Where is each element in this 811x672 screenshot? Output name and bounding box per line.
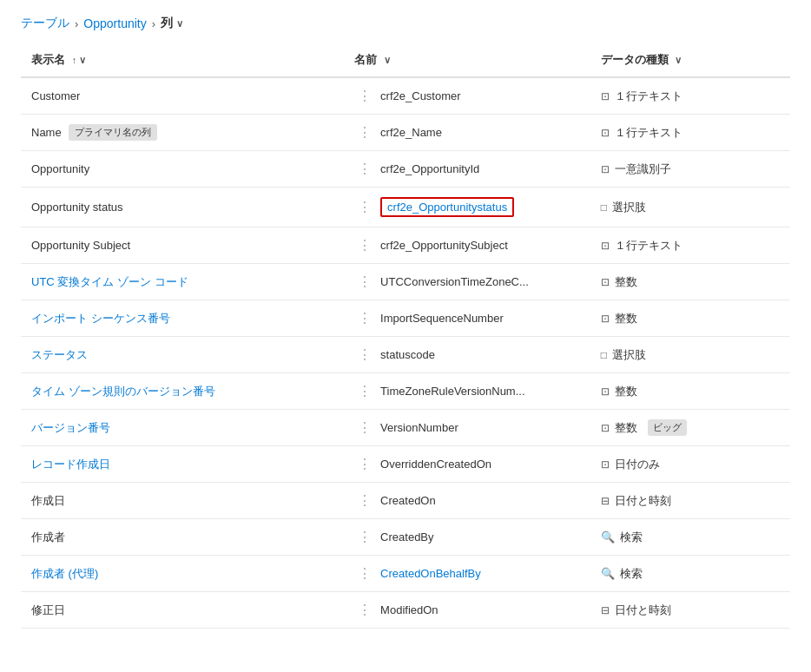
type-icon: ⊡ xyxy=(601,458,610,471)
type-text: １行テキスト xyxy=(615,125,682,141)
type-icon: ⊡ xyxy=(601,240,610,252)
display-name-wrapper: インポート シーケンス番号 xyxy=(31,311,333,326)
table-row: 修正日⋮ModifiedOn⊟日付と時刻 xyxy=(21,592,790,629)
type-text: 整数 xyxy=(615,311,637,326)
data-type-sort-icon[interactable]: ∨ xyxy=(675,55,682,66)
type-icon: □ xyxy=(601,349,607,361)
header-display-name[interactable]: 表示名 ↑ ∨ xyxy=(21,43,344,77)
type-icon: 🔍 xyxy=(601,530,615,544)
display-name-cell: タイム ゾーン規則のバージョン番号 xyxy=(21,373,344,410)
breadcrumb-table[interactable]: テーブル xyxy=(21,16,69,31)
drag-handle-icon[interactable]: ⋮ xyxy=(354,492,375,509)
type-icon: ⊡ xyxy=(601,127,610,139)
name-sort-icon[interactable]: ∨ xyxy=(384,55,391,66)
type-text: １行テキスト xyxy=(615,89,682,104)
display-name-text: 作成日 xyxy=(31,493,65,509)
display-name-cell: 作成日 xyxy=(21,483,344,519)
type-icon: ⊡ xyxy=(601,385,610,398)
type-cell: ⊡整数 xyxy=(590,373,790,410)
name-cell: ⋮crf2e_Customer xyxy=(344,77,590,115)
type-cell: ⊟日付と時刻 xyxy=(590,483,790,519)
display-name-cell: Opportunity xyxy=(21,151,344,188)
table-row: ステータス⋮statuscode□選択肢 xyxy=(21,337,790,373)
breadcrumb-current-label: 列 xyxy=(161,16,173,31)
column-name-text: crf2e_OpportunityId xyxy=(380,162,479,175)
display-name-text[interactable]: タイム ゾーン規則のバージョン番号 xyxy=(31,384,215,399)
display-name-cell: Opportunity Subject xyxy=(21,227,344,264)
type-icon: ⊟ xyxy=(601,604,610,616)
table-row: レコード作成日⋮OverriddenCreatedOn⊡日付のみ xyxy=(21,446,790,483)
display-name-text: 作成者 xyxy=(31,530,65,545)
display-name-cell: Customer xyxy=(21,77,344,115)
drag-handle-icon[interactable]: ⋮ xyxy=(354,565,375,582)
drag-handle-icon[interactable]: ⋮ xyxy=(354,124,375,141)
display-name-text: Opportunity Subject xyxy=(31,239,130,252)
type-text: 整数 xyxy=(615,274,637,290)
display-name-text[interactable]: UTC 変換タイム ゾーン コード xyxy=(31,274,188,290)
display-name-text: Name xyxy=(31,126,62,139)
type-icon: ⊡ xyxy=(601,90,610,102)
column-name-text: CreatedBy xyxy=(380,530,433,544)
type-text: 整数 xyxy=(615,384,637,399)
drag-handle-icon[interactable]: ⋮ xyxy=(354,383,375,399)
type-text: 選択肢 xyxy=(612,347,646,363)
drag-handle-icon[interactable]: ⋮ xyxy=(354,199,375,215)
drag-handle-icon[interactable]: ⋮ xyxy=(354,419,375,436)
chevron-down-icon[interactable]: ∨ xyxy=(176,18,183,30)
column-name-text: UTCConversionTimeZoneC... xyxy=(380,275,529,288)
table-body: Customer⋮crf2e_Customer⊡１行テキストNameプライマリ名… xyxy=(21,77,790,629)
table-row: Customer⋮crf2e_Customer⊡１行テキスト xyxy=(21,77,790,115)
type-cell: □選択肢 xyxy=(590,188,790,227)
drag-handle-icon[interactable]: ⋮ xyxy=(354,456,375,472)
name-cell: ⋮crf2e_Name xyxy=(344,115,590,151)
type-icon: ⊟ xyxy=(601,495,610,507)
drag-handle-icon[interactable]: ⋮ xyxy=(354,237,375,254)
table-row: バージョン番号⋮VersionNumber⊡整数ビッグ xyxy=(21,410,790,446)
type-icon: □ xyxy=(601,201,607,214)
column-name-text: VersionNumber xyxy=(380,421,458,434)
display-name-wrapper: Customer xyxy=(31,89,333,102)
display-name-wrapper: Opportunity Subject xyxy=(31,239,333,252)
drag-handle-icon[interactable]: ⋮ xyxy=(354,161,375,177)
display-name-wrapper: タイム ゾーン規則のバージョン番号 xyxy=(31,384,333,399)
breadcrumb-current: 列 ∨ xyxy=(161,16,183,31)
highlighted-name[interactable]: crf2e_Opportunitystatus xyxy=(380,197,514,217)
breadcrumb-opportunity[interactable]: Opportunity xyxy=(83,16,146,30)
breadcrumb-sep2: › xyxy=(152,17,155,30)
type-text: 整数 xyxy=(615,420,637,436)
display-name-text[interactable]: 作成者 (代理) xyxy=(31,566,98,582)
table-row: 作成日⋮CreatedOn⊟日付と時刻 xyxy=(21,483,790,519)
drag-handle-icon[interactable]: ⋮ xyxy=(354,310,375,326)
display-name-wrapper: 作成者 xyxy=(31,530,333,545)
type-icon: 🔍 xyxy=(601,567,615,580)
type-cell: ⊡日付のみ xyxy=(590,446,790,483)
display-name-text: Opportunity status xyxy=(31,201,123,214)
display-name-text[interactable]: ステータス xyxy=(31,347,88,363)
display-name-sort-icon[interactable]: ↑ ∨ xyxy=(72,55,87,66)
type-cell: ⊡整数 xyxy=(590,264,790,300)
columns-table-container: 表示名 ↑ ∨ 名前 ∨ データの種類 ∨ Customer⋮crf2e_Cus… xyxy=(0,43,811,629)
display-name-cell: 修正日 xyxy=(21,592,344,629)
header-data-type[interactable]: データの種類 ∨ xyxy=(590,43,790,77)
drag-handle-icon[interactable]: ⋮ xyxy=(354,273,375,290)
display-name-text[interactable]: インポート シーケンス番号 xyxy=(31,311,170,326)
column-name-text: CreatedOn xyxy=(380,494,436,507)
header-name[interactable]: 名前 ∨ xyxy=(344,43,590,77)
display-name-cell: インポート シーケンス番号 xyxy=(21,300,344,337)
drag-handle-icon[interactable]: ⋮ xyxy=(354,88,375,104)
drag-handle-icon[interactable]: ⋮ xyxy=(354,529,375,545)
type-text: 選択肢 xyxy=(612,200,646,215)
drag-handle-icon[interactable]: ⋮ xyxy=(354,346,375,363)
column-name-text: crf2e_Customer xyxy=(380,89,460,102)
type-icon: ⊡ xyxy=(601,276,610,288)
type-text: １行テキスト xyxy=(615,238,682,254)
drag-handle-icon[interactable]: ⋮ xyxy=(354,602,375,618)
column-name-text[interactable]: CreatedOnBehalfBy xyxy=(380,567,481,580)
name-cell: ⋮ImportSequenceNumber xyxy=(344,300,590,337)
display-name-text[interactable]: レコード作成日 xyxy=(31,457,110,472)
column-name-text: crf2e_Name xyxy=(380,126,442,139)
name-cell: ⋮ModifiedOn xyxy=(344,592,590,629)
display-name-text[interactable]: バージョン番号 xyxy=(31,420,110,436)
name-cell: ⋮crf2e_Opportunitystatus xyxy=(344,188,590,227)
display-name-text: Opportunity xyxy=(31,162,89,175)
